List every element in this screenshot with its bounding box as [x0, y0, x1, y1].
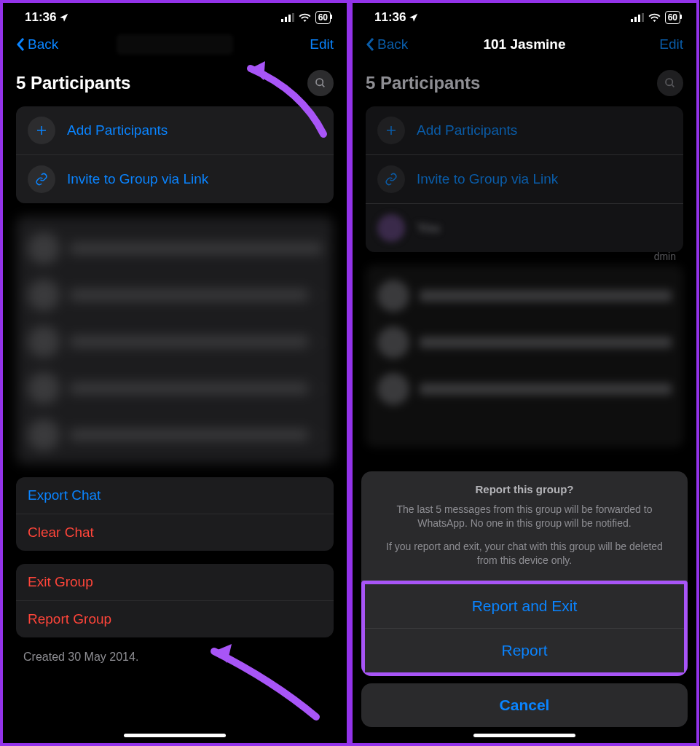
created-date: Created 30 May 2014.	[3, 651, 347, 664]
annotation-highlight: Report and Exit Report	[361, 581, 688, 676]
cellular-icon	[281, 13, 294, 22]
sheet-description-1: The last 5 messages from this group will…	[376, 503, 673, 531]
svg-rect-3	[292, 13, 294, 22]
screenshot-right: 11:36 60 Back 101 Jasmine Edit 5 Partici…	[350, 0, 699, 746]
add-participants-label: Add Participants	[67, 122, 168, 138]
svg-point-14	[666, 79, 672, 85]
report-group-row[interactable]: Report Group	[16, 601, 334, 637]
participants-header: 5 Participants	[3, 63, 347, 106]
export-chat-row[interactable]: Export Chat	[16, 477, 334, 514]
location-icon	[59, 12, 69, 23]
you-label: You	[417, 220, 440, 236]
report-group-label: Report Group	[28, 611, 111, 627]
group-actions-card: Exit Group Report Group	[16, 564, 334, 637]
invite-link-label: Invite to Group via Link	[417, 171, 558, 187]
exit-group-row[interactable]: Exit Group	[16, 564, 334, 601]
action-sheet-card: Report this group? The last 5 messages f…	[361, 471, 688, 676]
plus-icon	[28, 117, 55, 144]
search-icon	[664, 77, 676, 89]
back-label: Back	[377, 36, 408, 52]
group-title-redacted	[117, 34, 233, 55]
svg-rect-0	[281, 19, 283, 22]
invite-link-label: Invite to Group via Link	[67, 171, 208, 187]
cancel-button[interactable]: Cancel	[361, 683, 688, 727]
participant-actions-card: Add Participants Invite to Group via Lin…	[16, 106, 334, 203]
back-button[interactable]: Back	[16, 36, 58, 52]
invite-link-row[interactable]: Invite to Group via Link	[366, 155, 683, 204]
svg-rect-12	[638, 15, 640, 22]
add-participants-row[interactable]: Add Participants	[16, 106, 334, 155]
battery-indicator: 60	[665, 11, 680, 24]
invite-link-row[interactable]: Invite to Group via Link	[16, 155, 334, 203]
export-chat-label: Export Chat	[28, 487, 101, 503]
add-participants-row[interactable]: Add Participants	[366, 106, 683, 155]
admin-tag: dmin	[654, 251, 676, 262]
search-button[interactable]	[657, 70, 683, 96]
status-time: 11:36	[25, 10, 56, 25]
chevron-left-icon	[16, 37, 25, 52]
edit-button[interactable]: Edit	[659, 36, 683, 52]
report-action-sheet: Report this group? The last 5 messages f…	[361, 471, 688, 727]
svg-rect-10	[631, 19, 633, 22]
search-icon	[315, 77, 326, 89]
back-label: Back	[28, 36, 58, 52]
plus-icon	[377, 117, 405, 144]
wifi-icon	[299, 13, 311, 22]
participant-actions-card: Add Participants Invite to Group via Lin…	[366, 106, 683, 252]
participants-title: 5 Participants	[16, 73, 130, 93]
chevron-left-icon	[366, 37, 374, 52]
back-button[interactable]: Back	[366, 36, 408, 52]
avatar	[377, 214, 405, 242]
home-indicator[interactable]	[473, 734, 575, 737]
status-bar: 11:36 60	[3, 3, 347, 29]
wifi-icon	[648, 13, 661, 22]
clear-chat-row[interactable]: Clear Chat	[16, 514, 334, 551]
participants-header: 5 Participants	[353, 63, 696, 106]
svg-point-4	[316, 79, 323, 85]
clear-chat-label: Clear Chat	[28, 525, 94, 541]
svg-rect-13	[642, 13, 644, 22]
svg-line-15	[672, 85, 674, 87]
chat-actions-card: Export Chat Clear Chat	[16, 477, 334, 551]
cellular-icon	[631, 13, 644, 22]
location-icon	[409, 12, 419, 23]
status-bar: 11:36 60	[353, 3, 696, 29]
participants-list-redacted	[366, 265, 683, 447]
battery-indicator: 60	[315, 11, 331, 24]
search-button[interactable]	[307, 70, 334, 96]
report-and-exit-button[interactable]: Report and Exit	[365, 584, 684, 628]
nav-bar: Back 101 Jasmine Edit	[353, 29, 696, 63]
svg-rect-11	[634, 17, 637, 22]
sheet-title: Report this group?	[376, 483, 673, 495]
sheet-header: Report this group? The last 5 messages f…	[361, 471, 688, 581]
status-time: 11:36	[374, 10, 406, 25]
report-button[interactable]: Report	[365, 628, 684, 672]
exit-group-label: Exit Group	[28, 574, 93, 590]
group-title[interactable]: 101 Jasmine	[483, 36, 565, 52]
svg-rect-2	[288, 15, 291, 22]
link-icon	[377, 165, 405, 193]
nav-bar: Back Edit	[3, 29, 347, 63]
screenshot-left: 11:36 60 Back Edit 5 Participants Add Pa…	[0, 0, 350, 746]
participants-list-redacted: › › › ›	[16, 216, 334, 464]
add-participants-label: Add Participants	[417, 122, 517, 138]
participants-title: 5 Participants	[366, 73, 480, 93]
home-indicator[interactable]	[124, 734, 226, 737]
annotation-arrow-bottom	[200, 622, 331, 724]
you-row: You	[366, 204, 683, 252]
sheet-description-2: If you report and exit, your chat with t…	[376, 540, 673, 568]
svg-rect-1	[285, 17, 287, 22]
svg-line-5	[322, 85, 324, 87]
link-icon	[28, 165, 55, 193]
edit-button[interactable]: Edit	[310, 36, 334, 52]
